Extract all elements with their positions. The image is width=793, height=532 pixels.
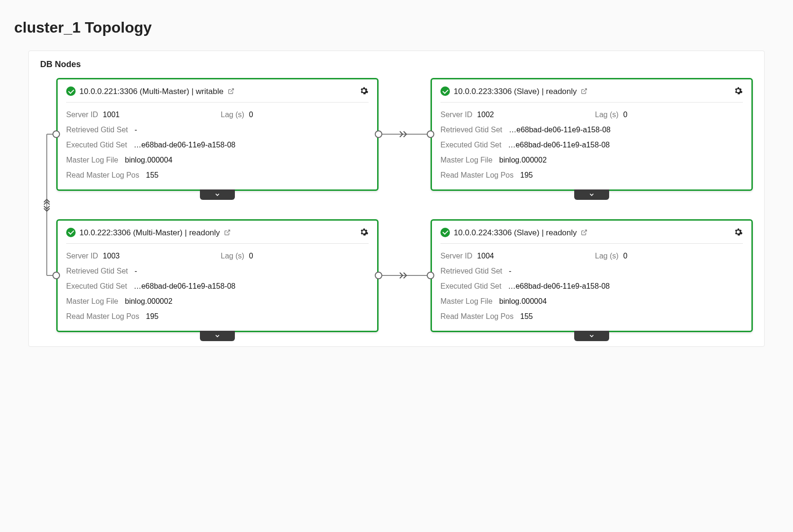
lag-value: 0 xyxy=(623,107,628,122)
status-ok-icon xyxy=(440,228,450,237)
db-node-slave-1: 10.0.0.223:3306 (Slave) | readonly Serve… xyxy=(431,78,753,191)
retrieved-gtid-label: Retrieved Gtid Set xyxy=(440,264,502,279)
node-title-text: 10.0.0.223:3306 (Slave) | readonly xyxy=(454,87,577,96)
server-id-value: 1004 xyxy=(477,249,494,264)
server-id-value: 1001 xyxy=(103,107,120,122)
node-title-text: 10.0.222:3306 (Multi-Master) | readonly xyxy=(79,228,220,237)
settings-icon[interactable] xyxy=(359,227,369,237)
executed-gtid-value: …e68bad-de06-11e9-a158-08 xyxy=(134,137,235,153)
master-log-file-value: binlog.000002 xyxy=(499,153,547,168)
connector-endpoint xyxy=(375,272,382,279)
node-header: 10.0.0.223:3306 (Slave) | readonly xyxy=(440,86,743,103)
retrieved-gtid-label: Retrieved Gtid Set xyxy=(440,122,502,137)
chevron-right-icon xyxy=(399,130,410,138)
executed-gtid-value: …e68bad-de06-11e9-a158-08 xyxy=(508,279,610,294)
lag-label: Lag (s) xyxy=(595,249,619,264)
external-link-icon[interactable] xyxy=(224,229,231,236)
master-log-file-value: binlog.000004 xyxy=(125,153,172,168)
node-header: 10.0.0.224:3306 (Slave) | readonly xyxy=(440,227,743,244)
read-master-log-pos-value: 155 xyxy=(146,168,159,183)
read-master-log-pos-label: Read Master Log Pos xyxy=(440,168,514,183)
settings-icon[interactable] xyxy=(733,86,743,95)
node-title: 10.0.0.221:3306 (Multi-Master) | writabl… xyxy=(79,86,355,97)
node-title: 10.0.0.224:3306 (Slave) | readonly xyxy=(454,227,730,239)
master-log-file-label: Master Log File xyxy=(440,294,492,309)
db-node-master-1: 10.0.0.221:3306 (Multi-Master) | writabl… xyxy=(56,78,379,191)
db-nodes-panel: DB Nodes 10.0.0.221:3306 (Multi-Master) … xyxy=(28,51,765,347)
read-master-log-pos-label: Read Master Log Pos xyxy=(66,168,139,183)
retrieved-gtid-value: - xyxy=(135,264,137,279)
executed-gtid-label: Executed Gtid Set xyxy=(66,137,127,153)
connector-endpoint xyxy=(375,130,382,138)
read-master-log-pos-value: 195 xyxy=(520,168,533,183)
retrieved-gtid-value: - xyxy=(509,264,511,279)
node-body: Server ID1001 Lag (s)0 Retrieved Gtid Se… xyxy=(66,107,369,183)
nodes-grid: 10.0.0.221:3306 (Multi-Master) | writabl… xyxy=(40,78,753,332)
settings-icon[interactable] xyxy=(733,227,743,237)
executed-gtid-label: Executed Gtid Set xyxy=(66,279,127,294)
lag-value: 0 xyxy=(249,249,253,264)
chevron-updown-icon xyxy=(43,198,51,212)
db-node-master-2: 10.0.222:3306 (Multi-Master) | readonly … xyxy=(56,219,379,332)
master-log-file-label: Master Log File xyxy=(440,153,492,168)
settings-icon[interactable] xyxy=(359,86,369,95)
expand-toggle[interactable] xyxy=(200,189,235,200)
master-log-file-value: binlog.000002 xyxy=(125,294,172,309)
master-log-file-label: Master Log File xyxy=(66,153,118,168)
executed-gtid-value: …e68bad-de06-11e9-a158-08 xyxy=(134,279,235,294)
retrieved-gtid-label: Retrieved Gtid Set xyxy=(66,264,128,279)
node-body: Server ID1004 Lag (s)0 Retrieved Gtid Se… xyxy=(440,249,743,324)
expand-toggle[interactable] xyxy=(574,331,609,341)
node-body: Server ID1003 Lag (s)0 Retrieved Gtid Se… xyxy=(66,249,369,324)
lag-label: Lag (s) xyxy=(221,249,244,264)
executed-gtid-label: Executed Gtid Set xyxy=(440,137,501,153)
server-id-label: Server ID xyxy=(66,249,98,264)
server-id-value: 1002 xyxy=(477,107,494,122)
external-link-icon[interactable] xyxy=(228,88,234,94)
lag-value: 0 xyxy=(623,249,628,264)
server-id-label: Server ID xyxy=(440,249,473,264)
master-log-file-label: Master Log File xyxy=(66,294,118,309)
lag-value: 0 xyxy=(249,107,253,122)
node-body: Server ID1002 Lag (s)0 Retrieved Gtid Se… xyxy=(440,107,743,183)
server-id-label: Server ID xyxy=(66,107,98,122)
master-log-file-value: binlog.000004 xyxy=(499,294,547,309)
read-master-log-pos-label: Read Master Log Pos xyxy=(66,309,139,324)
db-node-slave-2: 10.0.0.224:3306 (Slave) | readonly Serve… xyxy=(431,219,753,332)
status-ok-icon xyxy=(66,86,76,96)
expand-toggle[interactable] xyxy=(574,189,609,200)
executed-gtid-label: Executed Gtid Set xyxy=(440,279,501,294)
node-title-text: 10.0.0.224:3306 (Slave) | readonly xyxy=(454,228,577,237)
server-id-value: 1003 xyxy=(103,249,120,264)
executed-gtid-value: …e68bad-de06-11e9-a158-08 xyxy=(508,137,610,153)
node-title-text: 10.0.0.221:3306 (Multi-Master) | writabl… xyxy=(79,87,224,96)
expand-toggle[interactable] xyxy=(200,331,235,341)
retrieved-gtid-value: …e68bad-de06-11e9-a158-08 xyxy=(509,122,611,137)
external-link-icon[interactable] xyxy=(581,229,587,236)
node-header: 10.0.0.221:3306 (Multi-Master) | writabl… xyxy=(66,86,369,103)
external-link-icon[interactable] xyxy=(581,88,587,94)
read-master-log-pos-label: Read Master Log Pos xyxy=(440,309,514,324)
read-master-log-pos-value: 155 xyxy=(520,309,533,324)
server-id-label: Server ID xyxy=(440,107,473,122)
lag-label: Lag (s) xyxy=(221,107,244,122)
panel-title: DB Nodes xyxy=(40,60,753,69)
page-title: cluster_1 Topology xyxy=(14,19,779,36)
status-ok-icon xyxy=(66,228,76,237)
node-header: 10.0.222:3306 (Multi-Master) | readonly xyxy=(66,227,369,244)
lag-label: Lag (s) xyxy=(595,107,619,122)
node-title: 10.0.222:3306 (Multi-Master) | readonly xyxy=(79,227,355,239)
status-ok-icon xyxy=(440,86,450,96)
node-title: 10.0.0.223:3306 (Slave) | readonly xyxy=(454,86,730,97)
chevron-right-icon xyxy=(399,272,410,279)
read-master-log-pos-value: 195 xyxy=(146,309,159,324)
retrieved-gtid-value: - xyxy=(135,122,137,137)
retrieved-gtid-label: Retrieved Gtid Set xyxy=(66,122,128,137)
